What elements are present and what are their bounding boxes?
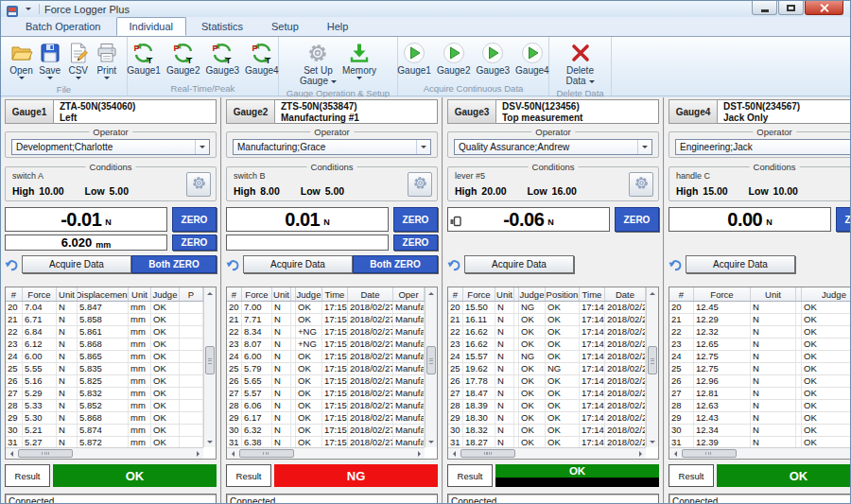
table-row[interactable]: 207.04N5.847mmOK <box>6 302 203 314</box>
displacement-zero-button[interactable]: ZERO <box>172 235 217 251</box>
table-vertical-scrollbar[interactable] <box>646 287 658 447</box>
ribbon-button-real-time-peak-gauge1[interactable]: PTGauge1 <box>124 39 164 78</box>
horizontal-scroll-thumb[interactable] <box>460 449 515 458</box>
table-row[interactable]: 296.17NOK17:152018/02/27Manufacturing <box>227 412 425 425</box>
scroll-right-icon[interactable] <box>192 448 203 459</box>
both-zero-button[interactable]: Both ZERO <box>353 255 438 273</box>
table-row[interactable]: 255.79NOK17:152018/02/27Manufacturing <box>227 363 425 375</box>
scroll-down-icon[interactable] <box>647 436 658 447</box>
table-row[interactable]: 228.34N+NG17:152018/02/27Manufacturing <box>227 326 425 339</box>
table-row[interactable]: 2512.75NOK <box>669 363 851 375</box>
table-horizontal-scrollbar[interactable] <box>6 447 203 459</box>
table-row[interactable]: 217.71NOK17:152018/02/27Manufacturing <box>227 314 425 326</box>
operator-select[interactable]: Manufacturing;Grace <box>233 139 431 155</box>
table-row[interactable]: 265.65NOK17:152018/02/27Manufacturing <box>227 375 425 388</box>
tab-statistics[interactable]: Statistics <box>188 17 256 36</box>
ribbon-button-file-save[interactable]: Save <box>36 39 64 84</box>
acquire-data-button[interactable]: Acquire Data <box>686 255 795 273</box>
operator-select[interactable]: Development;Charlotte <box>11 139 210 155</box>
displacement-zero-button[interactable]: ZERO <box>393 235 438 251</box>
table-row[interactable]: 246.00NOK17:152018/02/27Manufacturing <box>227 351 425 363</box>
tab-individual[interactable]: Individual <box>116 17 186 36</box>
condition-settings-button[interactable] <box>186 172 211 197</box>
table-row[interactable]: 2316.62NOKOK17:142018/02/27 <box>448 339 646 351</box>
maximize-button[interactable] <box>778 1 804 15</box>
horizontal-scroll-thumb[interactable] <box>239 449 294 458</box>
table-row[interactable]: 265.16N5.825mmOK <box>6 375 203 388</box>
ribbon-button-file-print[interactable]: Print <box>93 39 121 84</box>
table-row[interactable]: 275.57NOK17:152018/02/27Manufacturing <box>227 388 425 400</box>
table-row[interactable]: 2412.75NOK <box>669 351 851 363</box>
condition-settings-button[interactable] <box>629 172 653 197</box>
table-row[interactable]: 246.00N5.865mmOK <box>6 351 203 363</box>
ribbon-button-real-time-peak-gauge2[interactable]: PTGauge2 <box>164 39 203 78</box>
ribbon-button-real-time-peak-gauge4[interactable]: PTGauge4 <box>242 39 282 78</box>
vertical-scroll-thumb[interactable] <box>648 346 657 374</box>
table-row[interactable]: 316.38NOK17:152018/02/27Manufacturing <box>227 437 425 447</box>
ribbon-button-real-time-peak-gauge3[interactable]: PTGauge3 <box>203 39 243 78</box>
table-row[interactable]: 2612.96NOK <box>669 375 851 388</box>
scroll-left-icon[interactable] <box>227 448 238 459</box>
table-row[interactable]: 226.84N5.861mmOK <box>6 326 203 339</box>
ribbon-button-delete-data-delete-data[interactable]: DeleteData <box>563 39 597 88</box>
force-zero-button[interactable]: ZERO <box>172 207 217 232</box>
scroll-right-icon[interactable] <box>634 448 646 459</box>
table-row[interactable]: 236.12N5.868mmOK <box>6 339 203 351</box>
table-row[interactable]: 2912.43NOK <box>669 412 851 425</box>
table-horizontal-scrollbar[interactable] <box>669 447 851 459</box>
table-row[interactable]: 305.21N5.874mmOK <box>6 425 203 437</box>
ribbon-button-file-csv[interactable]: CSV <box>64 39 93 84</box>
ribbon-button-gauge-operation-setup-memory[interactable]: Memory <box>339 39 379 84</box>
table-row[interactable]: 2116.11NOKOK17:142018/02/27 <box>448 314 646 326</box>
table-row[interactable]: 2216.62NOKOK17:142018/02/27 <box>448 326 646 339</box>
table-horizontal-scrollbar[interactable] <box>448 447 646 459</box>
operator-select[interactable]: Engineering;Jack <box>675 139 851 155</box>
table-row[interactable]: 2812.63NOK <box>669 400 851 412</box>
ribbon-button-file-open[interactable]: Open <box>7 39 35 84</box>
horizontal-scroll-thumb[interactable] <box>682 449 737 458</box>
table-row[interactable]: 2718.47NOKOK17:142018/02/27 <box>448 388 646 400</box>
table-row[interactable]: 2212.32NOK <box>669 326 851 339</box>
both-zero-button[interactable]: Both ZERO <box>131 255 217 273</box>
table-row[interactable]: 207.00NOK17:152018/02/27Manufacturing <box>227 302 425 314</box>
acquire-data-button[interactable]: Acquire Data <box>243 255 353 273</box>
table-row[interactable]: 2818.39NOKOK17:142018/02/27 <box>448 400 646 412</box>
force-zero-button[interactable]: ZERO <box>615 207 659 232</box>
table-row[interactable]: 2519.62NOKNG17:142018/02/27 <box>448 363 646 375</box>
close-button[interactable] <box>805 1 843 15</box>
scroll-up-icon[interactable] <box>647 287 658 299</box>
scroll-left-icon[interactable] <box>448 448 460 459</box>
table-row[interactable]: 3012.34NOK <box>669 425 851 437</box>
table-row[interactable]: 2918.30NOKOK17:142018/02/27 <box>448 412 646 425</box>
tab-batch-operation[interactable]: Batch Operation <box>12 17 114 36</box>
ribbon-button-acquire-continuous-data-gauge4[interactable]: Gauge4 <box>512 39 552 78</box>
table-row[interactable]: 306.32NOK17:152018/02/27Manufacturing <box>227 425 425 437</box>
scroll-left-icon[interactable] <box>669 448 681 459</box>
vertical-scroll-thumb[interactable] <box>205 346 215 374</box>
scroll-up-icon[interactable] <box>426 287 437 299</box>
table-row[interactable]: 255.55N5.835mmOK <box>6 363 203 375</box>
table-horizontal-scrollbar[interactable] <box>227 447 425 459</box>
quick-access-menu-button[interactable] <box>22 4 35 15</box>
table-row[interactable]: 275.29N5.832mmOK <box>6 388 203 400</box>
operator-select[interactable]: Quality Assurance;Andrew <box>454 139 652 155</box>
table-row[interactable]: 2617.78NOKOK17:142018/02/27 <box>448 375 646 388</box>
force-zero-button[interactable]: ZERO <box>836 207 851 232</box>
ribbon-button-gauge-operation-setup-set-up-gauge[interactable]: Set UpGauge <box>297 39 339 88</box>
horizontal-scroll-thumb[interactable] <box>18 449 73 458</box>
table-vertical-scrollbar[interactable] <box>425 287 437 447</box>
table-row[interactable]: 2312.65NOK <box>669 339 851 351</box>
table-row[interactable]: 238.07N+NG17:152018/02/27Manufacturing <box>227 339 425 351</box>
ribbon-button-acquire-continuous-data-gauge2[interactable]: Gauge2 <box>434 39 474 78</box>
scroll-right-icon[interactable] <box>413 448 425 459</box>
table-vertical-scrollbar[interactable] <box>203 287 216 447</box>
tab-setup[interactable]: Setup <box>258 17 312 36</box>
table-row[interactable]: 285.33N5.852mmOK <box>6 400 203 412</box>
acquire-data-button[interactable]: Acquire Data <box>464 255 574 273</box>
table-row[interactable]: 3112.39NOK <box>669 437 851 447</box>
table-row[interactable]: 2015.50NNGOK17:142018/02/27 <box>448 302 646 314</box>
table-row[interactable]: 2112.29NOK <box>669 314 851 326</box>
scroll-down-icon[interactable] <box>426 436 437 447</box>
table-row[interactable]: 2712.81NOK <box>669 388 851 400</box>
force-zero-button[interactable]: ZERO <box>393 207 438 232</box>
